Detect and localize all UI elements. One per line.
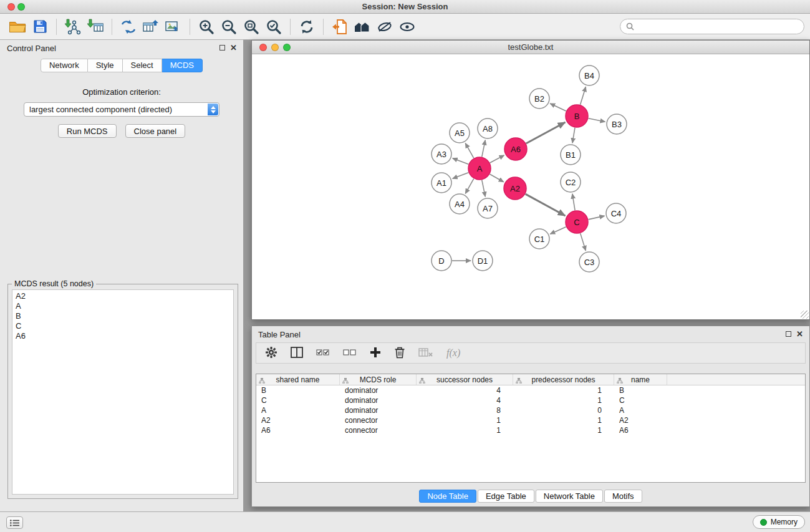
network-node-C2[interactable]: C2 (561, 172, 581, 192)
tab-select[interactable]: Select (123, 59, 162, 72)
network-node-B1[interactable]: B1 (561, 145, 581, 165)
mcds-result-item[interactable]: A2 (12, 291, 233, 301)
task-history-button[interactable] (6, 516, 23, 529)
network-node-C4[interactable]: C4 (606, 203, 626, 223)
zoom-fit-button[interactable] (240, 16, 263, 37)
export-table-button[interactable] (140, 16, 162, 37)
document-button[interactable] (329, 16, 351, 37)
network-node-A4[interactable]: A4 (450, 194, 470, 214)
resize-grip[interactable] (801, 311, 809, 319)
network-edge-B-B3[interactable] (589, 118, 605, 122)
network-node-B3[interactable]: B3 (607, 114, 627, 134)
run-mcds-button[interactable]: Run MCDS (58, 124, 117, 138)
tab-network-table[interactable]: Network Table (536, 490, 603, 503)
zoom-selected-button[interactable] (263, 16, 285, 37)
network-edge-A2-C[interactable] (526, 194, 566, 216)
network-node-B4[interactable]: B4 (579, 65, 599, 85)
close-panel-button[interactable]: Close panel (125, 124, 186, 138)
delete-column-button[interactable] (394, 346, 405, 360)
network-edge-A-A8[interactable] (482, 140, 485, 157)
network-edge-B-B4[interactable] (581, 87, 586, 105)
float-table-panel-icon[interactable] (786, 331, 791, 337)
tab-mcds[interactable]: MCDS (162, 59, 203, 72)
network-node-A3[interactable]: A3 (432, 144, 451, 164)
select-all-button[interactable] (316, 349, 330, 358)
zoom-out-button[interactable] (218, 16, 240, 37)
network-node-A2[interactable]: A2 (504, 177, 526, 200)
node-table[interactable]: shared nameMCDS rolesuccessor nodesprede… (256, 374, 806, 483)
network-edge-A6-B[interactable] (526, 122, 566, 143)
network-edge-A-A1[interactable] (453, 173, 468, 179)
network-edge-B-B2[interactable] (550, 104, 566, 111)
home-button[interactable] (351, 16, 374, 37)
network-node-C[interactable]: C (566, 211, 588, 233)
optimization-criterion-select[interactable]: largest connected component (directed) (24, 102, 219, 117)
network-node-A5[interactable]: A5 (450, 123, 470, 143)
column-header-shared-name[interactable]: shared name (256, 374, 340, 385)
network-edge-A-A6[interactable] (490, 155, 504, 163)
memory-button[interactable]: Memory (753, 515, 805, 529)
delete-table-button[interactable] (418, 347, 433, 359)
show-details-button[interactable] (396, 16, 418, 37)
close-panel-icon[interactable]: ✕ (230, 43, 237, 52)
network-edge-A-A7[interactable] (482, 180, 485, 197)
mcds-result-item[interactable]: A (12, 301, 233, 311)
network-edge-A-A2[interactable] (490, 174, 504, 181)
network-node-C1[interactable]: C1 (529, 229, 549, 249)
tab-network[interactable]: Network (41, 59, 88, 72)
table-row-A[interactable]: Adominator80A (256, 405, 805, 415)
import-table-button[interactable] (84, 16, 107, 37)
table-row-A6[interactable]: A6connector11A6 (256, 425, 805, 435)
network-edge-C-C4[interactable] (589, 216, 605, 220)
network-edge-A-A5[interactable] (465, 143, 473, 158)
column-header-MCDS-role[interactable]: MCDS role (340, 374, 417, 385)
network-node-A[interactable]: A (468, 157, 491, 180)
network-node-A7[interactable]: A7 (478, 198, 498, 218)
tab-motifs[interactable]: Motifs (604, 490, 642, 503)
network-canvas[interactable]: AA1A2A3A4A5A6A7A8BB1B2B3B4CC1C2C3C4DD1 (252, 55, 809, 319)
network-node-A1[interactable]: A1 (432, 173, 451, 193)
network-edge-C-C1[interactable] (550, 227, 566, 234)
hide-details-button[interactable] (374, 16, 396, 37)
network-node-C3[interactable]: C3 (579, 252, 599, 272)
float-panel-icon[interactable] (219, 45, 225, 51)
mcds-result-item[interactable]: C (12, 321, 233, 331)
search-box[interactable] (620, 19, 804, 34)
deselect-all-button[interactable] (343, 349, 357, 358)
column-header-successor-nodes[interactable]: successor nodes (417, 374, 513, 385)
refresh-button[interactable] (296, 16, 318, 37)
mcds-result-list[interactable]: A2ABCA6 (12, 289, 234, 495)
zoom-in-button[interactable] (195, 16, 218, 37)
export-image-button[interactable] (162, 16, 185, 37)
network-edge-C-C3[interactable] (581, 233, 586, 251)
network-node-B[interactable]: B (566, 105, 588, 127)
close-table-panel-icon[interactable]: ✕ (796, 329, 803, 339)
column-header-predecessor-nodes[interactable]: predecessor nodes (513, 374, 614, 385)
mcds-result-item[interactable]: B (12, 311, 233, 321)
table-row-B[interactable]: Bdominator41B (256, 385, 805, 395)
function-builder-button[interactable]: f(x) (446, 347, 460, 359)
network-edge-C-C2[interactable] (572, 194, 575, 210)
save-session-button[interactable] (29, 16, 51, 37)
tab-edge-table[interactable]: Edge Table (478, 490, 534, 503)
import-network-button[interactable] (62, 16, 84, 37)
open-session-button[interactable] (6, 16, 29, 37)
network-node-A8[interactable]: A8 (478, 118, 498, 138)
search-input[interactable] (637, 22, 798, 31)
export-network-button[interactable] (117, 16, 140, 37)
tab-node-table[interactable]: Node Table (419, 490, 476, 503)
network-graph[interactable]: AA1A2A3A4A5A6A7A8BB1B2B3B4CC1C2C3C4DD1 (252, 55, 809, 319)
tab-style[interactable]: Style (88, 59, 123, 72)
table-row-A2[interactable]: A2connector11A2 (256, 415, 805, 425)
network-edge-A-A4[interactable] (465, 179, 473, 194)
add-column-button[interactable] (370, 347, 381, 360)
network-edge-A-A3[interactable] (453, 158, 468, 165)
network-node-D[interactable]: D (432, 251, 451, 271)
network-node-B2[interactable]: B2 (529, 89, 549, 109)
network-node-D1[interactable]: D1 (473, 251, 493, 271)
table-row-C[interactable]: Cdominator41C (256, 395, 805, 405)
column-header-name[interactable]: name (614, 374, 667, 385)
mcds-result-item[interactable]: A6 (12, 331, 233, 341)
network-node-A6[interactable]: A6 (504, 138, 527, 160)
network-edge-B-B1[interactable] (572, 128, 575, 143)
